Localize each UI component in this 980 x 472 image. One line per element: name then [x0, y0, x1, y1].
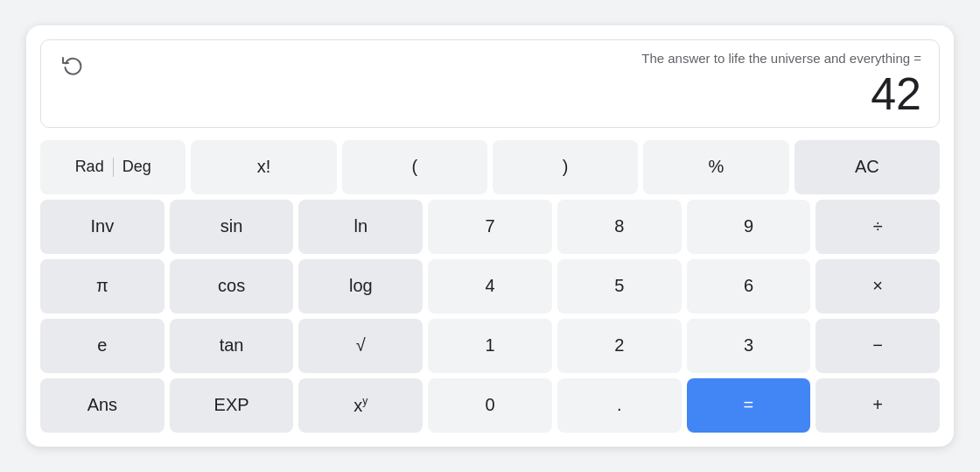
factorial-button[interactable]: x! [191, 140, 336, 194]
button-row-4: e tan √ 1 2 3 − [40, 319, 940, 373]
divide-button[interactable]: ÷ [816, 200, 940, 254]
sin-button[interactable]: sin [170, 200, 294, 254]
seven-button[interactable]: 7 [428, 200, 552, 254]
calculator: The answer to life the universe and ever… [26, 25, 954, 446]
close-paren-button[interactable]: ) [493, 140, 638, 194]
history-button[interactable] [59, 51, 87, 79]
percent-button[interactable]: % [643, 140, 788, 194]
inv-button[interactable]: Inv [40, 200, 164, 254]
three-button[interactable]: 3 [687, 319, 811, 373]
subtract-button[interactable]: − [816, 319, 940, 373]
nine-button[interactable]: 9 [687, 200, 811, 254]
button-row-5: Ans EXP xy 0 . = + [40, 378, 940, 433]
button-grid: Rad Deg x! ( ) % AC Inv [40, 140, 940, 433]
cos-button[interactable]: cos [170, 259, 294, 313]
display-expression: The answer to life the universe and ever… [641, 51, 921, 66]
power-button[interactable]: xy [298, 378, 423, 433]
equals-button[interactable]: = [687, 378, 811, 433]
tan-button[interactable]: tan [170, 319, 294, 373]
sqrt-button[interactable]: √ [298, 319, 423, 373]
five-button[interactable]: 5 [557, 259, 682, 313]
display-top: The answer to life the universe and ever… [59, 51, 921, 119]
rad-deg-divider [113, 158, 114, 177]
pi-button[interactable]: π [40, 259, 164, 313]
button-row-1: Rad Deg x! ( ) % AC [40, 140, 940, 194]
ln-button[interactable]: ln [298, 200, 423, 254]
ac-button[interactable]: AC [794, 140, 940, 194]
four-button[interactable]: 4 [428, 259, 552, 313]
two-button[interactable]: 2 [557, 319, 682, 373]
zero-button[interactable]: 0 [428, 378, 552, 433]
rad-deg-button[interactable]: Rad Deg [40, 140, 186, 194]
six-button[interactable]: 6 [687, 259, 811, 313]
add-button[interactable]: + [816, 378, 940, 433]
rad-label: Rad [75, 158, 104, 176]
ans-button[interactable]: Ans [40, 378, 164, 433]
power-label: xy [354, 395, 368, 416]
button-row-3: π cos log 4 5 6 × [40, 259, 940, 313]
button-row-2: Inv sin ln 7 8 9 ÷ [40, 200, 940, 254]
eight-button[interactable]: 8 [557, 200, 682, 254]
deg-label: Deg [122, 158, 151, 176]
one-button[interactable]: 1 [428, 319, 552, 373]
display: The answer to life the universe and ever… [40, 39, 940, 127]
exp-button[interactable]: EXP [170, 378, 294, 433]
display-result: 42 [871, 69, 921, 119]
log-button[interactable]: log [298, 259, 423, 313]
decimal-button[interactable]: . [557, 378, 682, 433]
open-paren-button[interactable]: ( [342, 140, 487, 194]
multiply-button[interactable]: × [816, 259, 940, 313]
display-right: The answer to life the universe and ever… [87, 51, 921, 119]
e-button[interactable]: e [40, 319, 164, 373]
